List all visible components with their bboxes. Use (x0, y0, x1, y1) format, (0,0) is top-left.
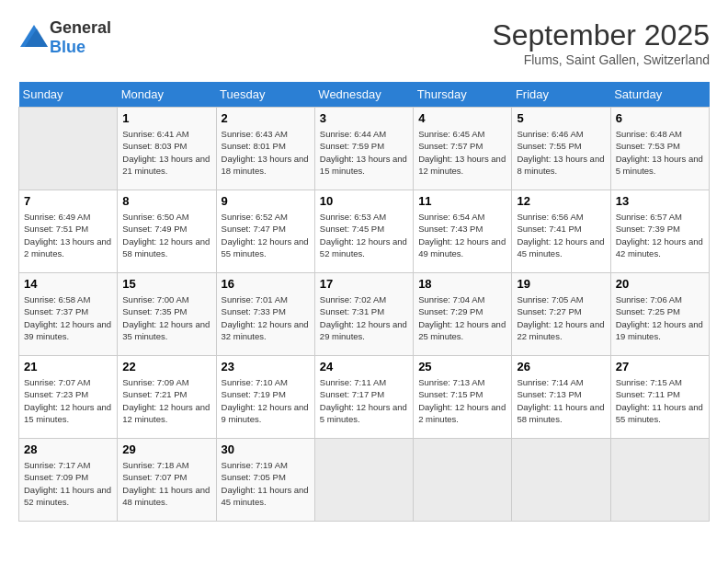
calendar-day-cell: 29Sunrise: 7:18 AM Sunset: 7:07 PM Dayli… (118, 439, 216, 522)
calendar-day-cell (610, 439, 709, 522)
day-number: 12 (517, 194, 605, 208)
day-number: 6 (616, 111, 704, 125)
day-info: Sunrise: 7:09 AM Sunset: 7:21 PM Dayligh… (122, 376, 210, 425)
calendar-day-cell: 30Sunrise: 7:19 AM Sunset: 7:05 PM Dayli… (216, 439, 314, 522)
weekday-header-friday: Friday (512, 82, 610, 108)
calendar-day-cell (512, 439, 610, 522)
day-number: 14 (24, 277, 112, 291)
day-info: Sunrise: 7:06 AM Sunset: 7:25 PM Dayligh… (616, 293, 704, 342)
day-info: Sunrise: 6:49 AM Sunset: 7:51 PM Dayligh… (24, 211, 112, 259)
calendar-week-row: 1Sunrise: 6:41 AM Sunset: 8:03 PM Daylig… (19, 108, 710, 190)
day-info: Sunrise: 7:10 AM Sunset: 7:19 PM Dayligh… (222, 376, 310, 425)
calendar-day-cell: 18Sunrise: 7:04 AM Sunset: 7:29 PM Dayli… (414, 273, 512, 356)
calendar-day-cell: 22Sunrise: 7:09 AM Sunset: 7:21 PM Dayli… (118, 356, 216, 439)
day-info: Sunrise: 6:56 AM Sunset: 7:41 PM Dayligh… (517, 211, 605, 259)
day-number: 11 (418, 194, 506, 208)
day-number: 17 (320, 277, 408, 291)
location: Flums, Saint Gallen, Switzerland (492, 52, 710, 67)
calendar-day-cell: 9Sunrise: 6:52 AM Sunset: 7:47 PM Daylig… (216, 190, 314, 273)
calendar-day-cell: 24Sunrise: 7:11 AM Sunset: 7:17 PM Dayli… (314, 356, 413, 439)
day-info: Sunrise: 6:46 AM Sunset: 7:55 PM Dayligh… (517, 128, 605, 177)
day-number: 9 (222, 194, 310, 208)
day-number: 25 (418, 360, 506, 373)
calendar-week-row: 21Sunrise: 7:07 AM Sunset: 7:23 PM Dayli… (19, 356, 710, 439)
calendar-day-cell: 4Sunrise: 6:45 AM Sunset: 7:57 PM Daylig… (414, 108, 512, 190)
calendar-day-cell: 5Sunrise: 6:46 AM Sunset: 7:55 PM Daylig… (512, 108, 610, 190)
day-info: Sunrise: 6:52 AM Sunset: 7:47 PM Dayligh… (222, 211, 310, 259)
day-info: Sunrise: 7:04 AM Sunset: 7:29 PM Dayligh… (418, 293, 506, 342)
weekday-header-sunday: Sunday (19, 82, 118, 108)
calendar-day-cell: 26Sunrise: 7:14 AM Sunset: 7:13 PM Dayli… (512, 356, 610, 439)
day-number: 28 (24, 442, 112, 456)
calendar-day-cell: 21Sunrise: 7:07 AM Sunset: 7:23 PM Dayli… (19, 356, 118, 439)
day-info: Sunrise: 6:57 AM Sunset: 7:39 PM Dayligh… (616, 211, 704, 259)
day-number: 16 (222, 277, 310, 291)
calendar-day-cell: 23Sunrise: 7:10 AM Sunset: 7:19 PM Dayli… (216, 356, 314, 439)
day-number: 29 (122, 442, 210, 456)
day-info: Sunrise: 6:50 AM Sunset: 7:49 PM Dayligh… (122, 211, 210, 259)
day-info: Sunrise: 6:41 AM Sunset: 8:03 PM Dayligh… (122, 128, 210, 177)
day-number: 22 (122, 360, 210, 373)
day-info: Sunrise: 6:54 AM Sunset: 7:43 PM Dayligh… (418, 211, 506, 259)
logo-blue: Blue (50, 38, 85, 56)
calendar-day-cell: 8Sunrise: 6:50 AM Sunset: 7:49 PM Daylig… (118, 190, 216, 273)
calendar-day-cell: 15Sunrise: 7:00 AM Sunset: 7:35 PM Dayli… (118, 273, 216, 356)
weekday-header-saturday: Saturday (610, 82, 709, 108)
day-number: 18 (418, 277, 506, 291)
calendar-day-cell: 25Sunrise: 7:13 AM Sunset: 7:15 PM Dayli… (414, 356, 512, 439)
weekday-header-row: SundayMondayTuesdayWednesdayThursdayFrid… (19, 82, 710, 108)
day-info: Sunrise: 6:58 AM Sunset: 7:37 PM Dayligh… (24, 293, 112, 342)
calendar-week-row: 28Sunrise: 7:17 AM Sunset: 7:09 PM Dayli… (19, 439, 710, 522)
day-number: 15 (122, 277, 210, 291)
day-info: Sunrise: 7:07 AM Sunset: 7:23 PM Dayligh… (24, 376, 112, 425)
calendar-day-cell: 13Sunrise: 6:57 AM Sunset: 7:39 PM Dayli… (610, 190, 709, 273)
day-info: Sunrise: 7:18 AM Sunset: 7:07 PM Dayligh… (122, 459, 210, 508)
weekday-header-tuesday: Tuesday (216, 82, 314, 108)
calendar-day-cell: 14Sunrise: 6:58 AM Sunset: 7:37 PM Dayli… (19, 273, 118, 356)
month-title: September 2025 (492, 18, 710, 52)
day-number: 21 (24, 360, 112, 373)
calendar-day-cell: 6Sunrise: 6:48 AM Sunset: 7:53 PM Daylig… (610, 108, 709, 190)
day-number: 3 (320, 111, 408, 125)
day-number: 1 (122, 111, 210, 125)
day-number: 5 (517, 111, 605, 125)
logo: General Blue (18, 18, 111, 57)
day-info: Sunrise: 7:11 AM Sunset: 7:17 PM Dayligh… (320, 376, 408, 425)
calendar-day-cell: 11Sunrise: 6:54 AM Sunset: 7:43 PM Dayli… (414, 190, 512, 273)
day-info: Sunrise: 6:44 AM Sunset: 7:59 PM Dayligh… (320, 128, 408, 177)
calendar-day-cell: 19Sunrise: 7:05 AM Sunset: 7:27 PM Dayli… (512, 273, 610, 356)
day-info: Sunrise: 7:13 AM Sunset: 7:15 PM Dayligh… (418, 376, 506, 425)
calendar-day-cell (314, 439, 413, 522)
calendar-day-cell (414, 439, 512, 522)
day-info: Sunrise: 6:48 AM Sunset: 7:53 PM Dayligh… (616, 128, 704, 177)
calendar-week-row: 7Sunrise: 6:49 AM Sunset: 7:51 PM Daylig… (19, 190, 710, 273)
day-info: Sunrise: 7:05 AM Sunset: 7:27 PM Dayligh… (517, 293, 605, 342)
day-info: Sunrise: 7:00 AM Sunset: 7:35 PM Dayligh… (122, 293, 210, 342)
page-header: General Blue September 2025 Flums, Saint… (18, 18, 710, 67)
day-number: 26 (517, 360, 605, 373)
day-number: 10 (320, 194, 408, 208)
day-number: 7 (24, 194, 112, 208)
weekday-header-monday: Monday (118, 82, 216, 108)
calendar-day-cell: 16Sunrise: 7:01 AM Sunset: 7:33 PM Dayli… (216, 273, 314, 356)
calendar-table: SundayMondayTuesdayWednesdayThursdayFrid… (18, 82, 710, 522)
day-info: Sunrise: 7:15 AM Sunset: 7:11 PM Dayligh… (616, 376, 704, 425)
calendar-day-cell: 3Sunrise: 6:44 AM Sunset: 7:59 PM Daylig… (314, 108, 413, 190)
day-number: 13 (616, 194, 704, 208)
title-block: September 2025 Flums, Saint Gallen, Swit… (492, 18, 710, 67)
calendar-day-cell: 17Sunrise: 7:02 AM Sunset: 7:31 PM Dayli… (314, 273, 413, 356)
calendar-week-row: 14Sunrise: 6:58 AM Sunset: 7:37 PM Dayli… (19, 273, 710, 356)
day-info: Sunrise: 7:02 AM Sunset: 7:31 PM Dayligh… (320, 293, 408, 342)
calendar-day-cell: 2Sunrise: 6:43 AM Sunset: 8:01 PM Daylig… (216, 108, 314, 190)
day-number: 27 (616, 360, 704, 373)
calendar-day-cell: 1Sunrise: 6:41 AM Sunset: 8:03 PM Daylig… (118, 108, 216, 190)
day-number: 23 (222, 360, 310, 373)
weekday-header-thursday: Thursday (414, 82, 512, 108)
day-info: Sunrise: 7:19 AM Sunset: 7:05 PM Dayligh… (222, 459, 310, 508)
calendar-day-cell: 27Sunrise: 7:15 AM Sunset: 7:11 PM Dayli… (610, 356, 709, 439)
day-info: Sunrise: 7:14 AM Sunset: 7:13 PM Dayligh… (517, 376, 605, 425)
day-number: 2 (222, 111, 310, 125)
day-info: Sunrise: 6:43 AM Sunset: 8:01 PM Dayligh… (222, 128, 310, 177)
calendar-day-cell: 12Sunrise: 6:56 AM Sunset: 7:41 PM Dayli… (512, 190, 610, 273)
day-info: Sunrise: 6:53 AM Sunset: 7:45 PM Dayligh… (320, 211, 408, 259)
